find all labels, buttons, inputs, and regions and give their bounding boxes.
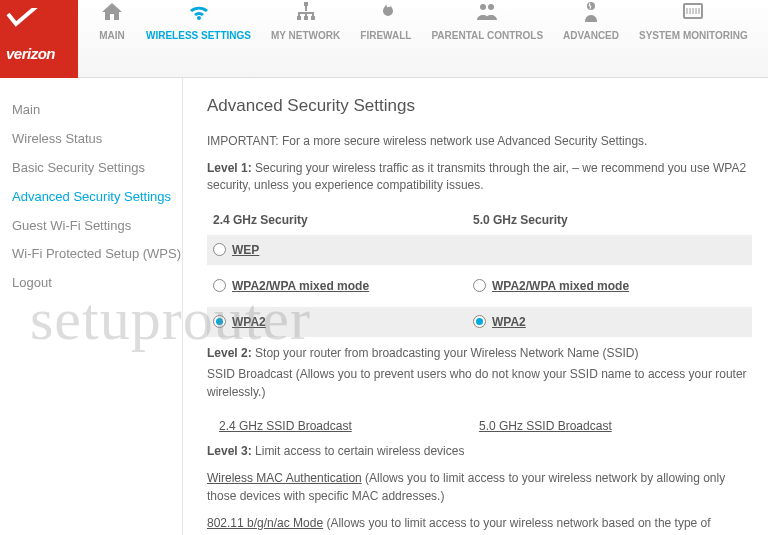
- sidebar-advanced-security[interactable]: Advanced Security Settings: [12, 183, 182, 212]
- svg-rect-2: [304, 16, 308, 20]
- home-icon: [98, 0, 126, 24]
- svg-rect-1: [297, 16, 301, 20]
- label-wpa2-50[interactable]: WPA2: [492, 315, 526, 329]
- nav-wireless-settings[interactable]: WIRELESS SETTINGS: [136, 0, 261, 41]
- label-wep[interactable]: WEP: [232, 243, 259, 257]
- row-wpa-mixed: WPA2/WPA mixed mode WPA2/WPA mixed mode: [207, 271, 752, 301]
- level3-text: Level 3: Limit access to certain wireles…: [207, 443, 752, 460]
- nav-label: PARENTAL CONTROLS: [431, 30, 543, 41]
- sidebar-basic-security[interactable]: Basic Security Settings: [12, 154, 182, 183]
- link-ssid-50[interactable]: 5.0 GHz SSID Broadcast: [479, 419, 739, 433]
- radio-wep-24[interactable]: [213, 243, 226, 256]
- people-icon: [473, 0, 501, 24]
- wifi-icon: [185, 0, 213, 24]
- verizon-check-icon: [6, 8, 46, 28]
- page-title: Advanced Security Settings: [207, 96, 752, 116]
- label-wpamixed-24[interactable]: WPA2/WPA mixed mode: [232, 279, 369, 293]
- nav-label: ADVANCED: [563, 30, 619, 41]
- col-header-24ghz: 2.4 GHz Security: [207, 205, 467, 235]
- important-notice: IMPORTANT: For a more secure wireless ne…: [207, 134, 752, 148]
- row-wpa2: WPA2 WPA2: [207, 307, 752, 337]
- nav-label: WIRELESS SETTINGS: [146, 30, 251, 41]
- radio-wpa2-24[interactable]: [213, 315, 226, 328]
- nav-main[interactable]: MAIN: [88, 0, 136, 41]
- sidebar-guest-wifi[interactable]: Guest Wi-Fi Settings: [12, 212, 182, 241]
- svg-rect-3: [311, 16, 315, 20]
- nav-label: MY NETWORK: [271, 30, 340, 41]
- nav-label: SYSTEM MONITORING: [639, 30, 748, 41]
- verizon-logo: verizon: [0, 0, 78, 78]
- nav-advanced[interactable]: ADVANCED: [553, 0, 629, 41]
- nav-parental-controls[interactable]: PARENTAL CONTROLS: [421, 0, 553, 41]
- mode-line: 802.11 b/g/n/ac Mode (Allows you to limi…: [207, 515, 752, 535]
- nav-system-monitoring[interactable]: SYSTEM MONITORING: [629, 0, 758, 41]
- row-wep: WEP: [207, 235, 752, 265]
- link-mac-auth[interactable]: Wireless MAC Authentication: [207, 471, 362, 485]
- sidebar-wireless-status[interactable]: Wireless Status: [12, 125, 182, 154]
- radio-wpamixed-24[interactable]: [213, 279, 226, 292]
- nav-label: FIREWALL: [360, 30, 411, 41]
- label-wpa2-24[interactable]: WPA2: [232, 315, 266, 329]
- flame-icon: [372, 0, 400, 24]
- radio-wpa2-50[interactable]: [473, 315, 486, 328]
- sidebar-wps[interactable]: Wi-Fi Protected Setup (WPS): [12, 240, 182, 269]
- monitor-icon: [679, 0, 707, 24]
- lightning-icon: [577, 0, 605, 24]
- svg-rect-0: [304, 2, 308, 6]
- link-ssid-24[interactable]: 2.4 GHz SSID Broadcast: [219, 419, 479, 433]
- logo-text: verizon: [6, 45, 55, 62]
- level1-text: Level 1: Securing your wireless traffic …: [207, 160, 752, 195]
- svg-point-5: [488, 4, 494, 10]
- main-content: Advanced Security Settings IMPORTANT: Fo…: [182, 78, 768, 535]
- nav-firewall[interactable]: FIREWALL: [350, 0, 421, 41]
- sidebar-main[interactable]: Main: [12, 96, 182, 125]
- network-icon: [292, 0, 320, 24]
- sidebar: Main Wireless Status Basic Security Sett…: [0, 78, 182, 535]
- level2-sub: SSID Broadcast (Allows you to prevent us…: [207, 366, 752, 401]
- svg-point-4: [480, 4, 486, 10]
- link-80211-mode[interactable]: 802.11 b/g/n/ac Mode: [207, 516, 323, 530]
- sidebar-logout[interactable]: Logout: [12, 269, 182, 298]
- top-navigation: verizon MAIN WIRELESS SETTINGS MY NETWOR…: [0, 0, 768, 78]
- level2-text: Level 2: Stop your router from broadcast…: [207, 345, 752, 362]
- col-header-50ghz: 5.0 GHz Security: [467, 205, 568, 235]
- nav-my-network[interactable]: MY NETWORK: [261, 0, 350, 41]
- label-wpamixed-50[interactable]: WPA2/WPA mixed mode: [492, 279, 629, 293]
- nav-label: MAIN: [99, 30, 125, 41]
- mac-auth-line: Wireless MAC Authentication (Allows you …: [207, 470, 752, 505]
- radio-wpamixed-50[interactable]: [473, 279, 486, 292]
